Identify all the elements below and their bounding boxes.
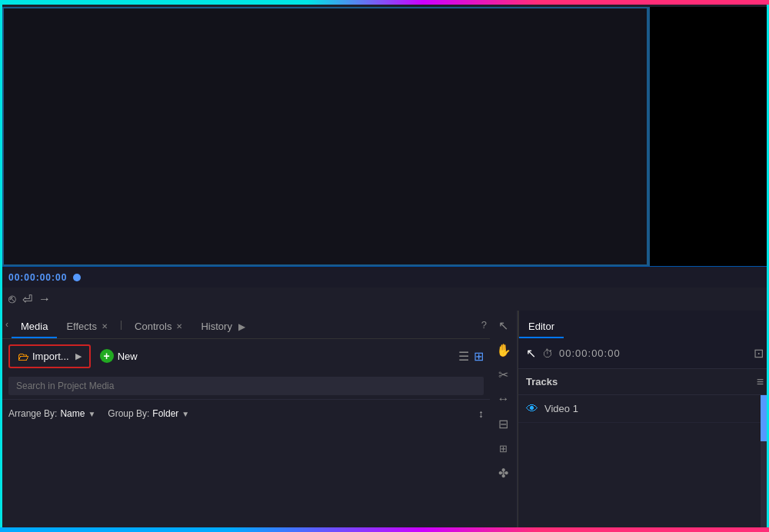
forward-control[interactable]: ⏎ <box>22 292 32 307</box>
tracks-menu-icon[interactable]: ≡ <box>757 375 764 389</box>
import-label: Import... <box>32 351 69 362</box>
tab-effects[interactable]: Effects ✕ <box>57 316 117 338</box>
editor-cursor-icon: ↖ <box>526 346 536 361</box>
preview-area <box>2 7 769 266</box>
tab-history-arrow[interactable]: ▶ <box>235 321 248 332</box>
tab-history[interactable]: History ▶ <box>191 316 257 338</box>
tools-panel: ↖ ✋ ✂ ↔ ⊟ ⊞ ✤ <box>490 311 518 530</box>
group-dropdown[interactable]: Folder ▼ <box>152 408 189 419</box>
tab-effects-close[interactable]: ✕ <box>102 322 108 331</box>
new-label: New <box>118 351 138 362</box>
top-accent-bar <box>0 0 769 5</box>
right-preview-panel <box>648 7 769 266</box>
timecode-bar: 00:00:00:00 <box>2 266 769 288</box>
scrollbar[interactable] <box>761 395 769 530</box>
media-toolbar: 🗁 Import... ▶ + New ☰ ⊞ <box>2 339 490 373</box>
tabs-row-wrapper: ‹ Media Effects ✕ | Controls ✕ Histo <box>2 311 490 339</box>
sort-icon[interactable]: ↕ <box>478 407 484 420</box>
editor-tab[interactable]: Editor <box>519 316 564 338</box>
group-dropdown-arrow: ▼ <box>181 410 189 418</box>
mark-control[interactable]: → <box>38 292 51 306</box>
tab-history-label: History <box>201 321 231 332</box>
razor-tool[interactable]: ✂ <box>494 364 514 384</box>
editor-tabs-row: Editor <box>518 311 769 338</box>
left-preview-panel <box>2 7 648 266</box>
timecode-display: 00:00:00:00 <box>8 272 67 283</box>
view-icons: ☰ ⊞ <box>458 349 484 364</box>
tracks-list: 👁 Video 1 <box>518 395 761 530</box>
tab-separator-1: | <box>117 319 125 330</box>
tab-controls-close[interactable]: ✕ <box>176 322 182 331</box>
tab-controls[interactable]: Controls ✕ <box>125 316 191 338</box>
tab-prev-button[interactable]: ‹ <box>2 319 12 330</box>
new-button[interactable]: + New <box>95 346 142 366</box>
editor-section: Editor ↖ ⏱ 00:00:00:00 ⊡ Tracks ≡ 👁 <box>518 311 769 530</box>
editor-timecode-display: 00:00:00:00 <box>559 347 621 359</box>
main-tabs: ‹ Media Effects ✕ | Controls ✕ Histo <box>2 311 490 338</box>
import-arrow: ▶ <box>75 351 82 361</box>
group-value: Folder <box>152 408 178 419</box>
list-view-button[interactable]: ☰ <box>458 349 469 364</box>
tracks-label: Tracks <box>526 376 558 387</box>
editor-header: ↖ ⏱ 00:00:00:00 ⊡ <box>518 338 769 369</box>
tab-effects-label: Effects <box>66 321 97 332</box>
track-name: Video 1 <box>544 403 578 414</box>
tab-media-label: Media <box>21 321 48 332</box>
timecode-dot <box>73 274 81 281</box>
arrange-bar: Arrange By: Name ▼ Group By: Folder ▼ ↕ <box>2 400 490 427</box>
transform-tool[interactable]: ✤ <box>494 463 514 483</box>
arrange-value: Name <box>60 408 85 419</box>
app-container: 00:00:00:00 ⎋ ⏎ → ‹ Media Effects ✕ <box>2 2 769 532</box>
cursor-tool[interactable]: ↖ <box>494 315 514 335</box>
table-row: 👁 Video 1 <box>518 395 761 423</box>
tab-media[interactable]: Media <box>12 316 57 338</box>
tab-controls-label: Controls <box>135 321 171 332</box>
scrollbar-thumb[interactable] <box>761 395 769 441</box>
folder-icon: 🗁 <box>18 350 29 363</box>
editor-top-right-icon[interactable]: ⊡ <box>754 346 764 361</box>
controls-bar: ⎋ ⏎ → <box>2 288 769 311</box>
hand-tool[interactable]: ✋ <box>494 340 514 360</box>
trim-tool[interactable]: ↔ <box>494 389 514 409</box>
left-section: ‹ Media Effects ✕ | Controls ✕ Histo <box>2 311 490 530</box>
editor-tab-label: Editor <box>528 321 554 332</box>
arrange-label: Arrange By: <box>8 408 57 419</box>
track-visibility-icon[interactable]: 👁 <box>526 402 538 416</box>
tracks-header: Tracks ≡ <box>518 369 769 395</box>
arrange-dropdown[interactable]: Name ▼ <box>60 408 95 419</box>
clock-icon: ⏱ <box>542 347 553 360</box>
bottom-accent-bar <box>0 527 769 532</box>
grid-view-button[interactable]: ⊞ <box>474 349 484 364</box>
group-label: Group By: <box>108 408 149 419</box>
help-button[interactable]: ? <box>478 319 490 331</box>
tabs-and-editor-section: ‹ Media Effects ✕ | Controls ✕ Histo <box>2 311 769 530</box>
split-tool[interactable]: ⊟ <box>494 414 514 434</box>
arrange-dropdown-arrow: ▼ <box>88 410 95 418</box>
plus-circle-icon: + <box>100 349 114 363</box>
search-input[interactable] <box>8 377 484 395</box>
move-tool[interactable]: ⊞ <box>494 438 514 458</box>
search-bar <box>2 373 490 400</box>
import-button[interactable]: 🗁 Import... ▶ <box>8 344 91 368</box>
tracks-area: 👁 Video 1 <box>518 395 769 530</box>
back-control[interactable]: ⎋ <box>8 292 16 306</box>
